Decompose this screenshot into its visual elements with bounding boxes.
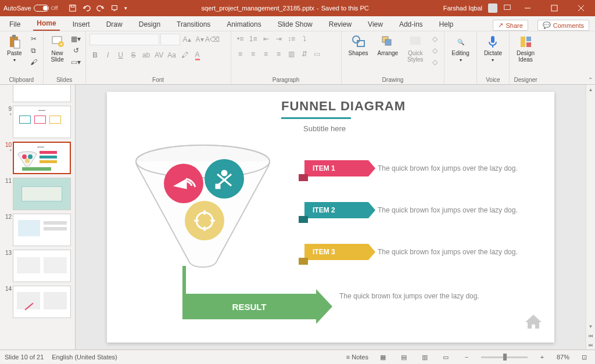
notes-button[interactable]: ≡ Notes <box>346 354 368 361</box>
slide-title[interactable]: FUNNEL DIAGRAM <box>281 99 406 114</box>
editing-button[interactable]: 🔍Editing▾ <box>448 34 473 64</box>
zoom-slider[interactable] <box>481 356 528 358</box>
zoom-in-icon[interactable]: + <box>536 352 549 362</box>
tab-animations[interactable]: Animations <box>223 18 264 31</box>
shrink-font-icon[interactable]: A▾ <box>194 34 206 45</box>
spacing-icon[interactable]: AV <box>153 50 165 60</box>
tab-design[interactable]: Design <box>135 18 164 31</box>
tab-help[interactable]: Help <box>436 18 457 31</box>
home-icon[interactable] <box>524 312 543 331</box>
justify-icon[interactable]: ≡ <box>273 49 285 59</box>
redo-icon[interactable] <box>96 4 105 12</box>
clear-format-icon[interactable]: A⌫ <box>207 34 218 45</box>
paste-button[interactable]: Paste ▾ <box>3 34 26 64</box>
new-slide-button[interactable]: ✦ New Slide <box>47 34 68 64</box>
highlight-icon[interactable]: 🖍 <box>179 50 191 60</box>
thumb-12[interactable] <box>13 214 71 246</box>
vertical-scrollbar[interactable]: ▲ ▼ ⏮ ⏭ <box>586 85 595 349</box>
font-name[interactable] <box>89 34 159 45</box>
tab-slideshow[interactable]: Slide Show <box>274 18 316 31</box>
zoom-out-icon[interactable]: − <box>460 352 473 362</box>
slide-editor[interactable]: FUNNEL DIAGRAM Subtitle here ITEM 1 The … <box>76 85 586 349</box>
slide-canvas[interactable]: FUNNEL DIAGRAM Subtitle here ITEM 1 The … <box>107 92 554 343</box>
thumb-14[interactable] <box>13 286 71 318</box>
result-arrow[interactable]: RESULT <box>182 289 332 324</box>
reset-icon[interactable]: ↺ <box>70 45 82 56</box>
thumb-11[interactable] <box>13 178 71 210</box>
columns-icon[interactable]: ▥ <box>286 49 298 59</box>
maximize-button[interactable] <box>544 0 565 16</box>
result-text[interactable]: The quick brown fox jumps over the lazy … <box>339 291 514 301</box>
font-color-icon[interactable]: A <box>192 50 203 60</box>
minimize-button[interactable] <box>517 0 538 16</box>
numbering-icon[interactable]: 1≡ <box>248 34 259 44</box>
start-icon[interactable] <box>110 4 119 12</box>
shape-fill-icon[interactable]: ◇ <box>429 34 440 44</box>
shadow-icon[interactable]: ab <box>141 50 152 60</box>
copy-icon[interactable]: ⧉ <box>28 45 40 56</box>
normal-view-icon[interactable]: ▦ <box>377 352 389 362</box>
grow-font-icon[interactable]: A▴ <box>181 34 193 45</box>
close-button[interactable] <box>571 0 592 16</box>
indent-right-icon[interactable]: ⇥ <box>273 34 285 44</box>
italic-icon[interactable]: I <box>102 50 114 60</box>
bullets-icon[interactable]: •≡ <box>235 34 246 44</box>
shapes-button[interactable]: Shapes <box>345 34 372 57</box>
scroll-down-icon[interactable]: ▼ <box>586 322 595 331</box>
tab-home[interactable]: Home <box>33 17 59 31</box>
sorter-view-icon[interactable]: ▤ <box>397 352 410 362</box>
share-button[interactable]: ↗Share <box>493 20 528 31</box>
section-icon[interactable]: ▭▾ <box>70 57 82 67</box>
thumb-10[interactable]: ▬▬▬ <box>13 142 71 174</box>
format-painter-icon[interactable]: 🖌 <box>28 57 40 67</box>
fit-view-icon[interactable]: ⊡ <box>578 352 590 362</box>
shape-outline-icon[interactable]: ◇ <box>429 45 440 56</box>
arrange-button[interactable]: Arrange <box>374 34 402 57</box>
bold-icon[interactable]: B <box>89 50 101 60</box>
tab-draw[interactable]: Draw <box>103 18 126 31</box>
line-spacing-icon[interactable]: ↕≡ <box>286 34 298 44</box>
undo-icon[interactable] <box>83 4 91 12</box>
underline-icon[interactable]: U <box>115 50 127 60</box>
language[interactable]: English (United States) <box>52 354 117 361</box>
align-text-icon[interactable]: ⇵ <box>299 49 310 59</box>
funnel-graphic[interactable] <box>130 144 275 277</box>
thumb-13[interactable] <box>13 250 71 282</box>
font-size[interactable] <box>160 34 180 45</box>
cut-icon[interactable]: ✂ <box>28 34 40 44</box>
scroll-up-icon[interactable]: ▲ <box>586 85 595 94</box>
design-ideas-button[interactable]: Design Ideas <box>513 34 538 64</box>
item-row-3[interactable]: ITEM 3 The quick brown fox jumps over th… <box>304 244 552 260</box>
tab-addins[interactable]: Add-ins <box>396 18 426 31</box>
shape-effects-icon[interactable]: ◇ <box>429 57 440 67</box>
thumb-9[interactable]: ▬▬▬ <box>13 106 71 138</box>
ribbon-display-icon[interactable] <box>503 3 511 13</box>
slide-counter[interactable]: Slide 10 of 21 <box>5 354 44 361</box>
comments-button[interactable]: 💬Comments <box>537 20 589 31</box>
slideshow-view-icon[interactable]: ▭ <box>439 352 452 362</box>
slide-subtitle[interactable]: Subtitle here <box>303 124 346 133</box>
autosave-toggle[interactable]: AutoSave Off <box>3 5 58 12</box>
tab-transitions[interactable]: Transitions <box>173 18 214 31</box>
reading-view-icon[interactable]: ▥ <box>418 352 431 362</box>
dictate-button[interactable]: Dictate▾ <box>481 34 506 64</box>
item-row-2[interactable]: ITEM 2 The quick brown fox jumps over th… <box>304 202 552 218</box>
align-left-icon[interactable]: ≡ <box>235 49 246 59</box>
prev-slide-icon[interactable]: ⏮ <box>586 331 595 340</box>
smartart-icon[interactable]: ▭ <box>311 49 323 59</box>
quick-styles-button[interactable]: Quick Styles <box>404 34 426 64</box>
layout-icon[interactable]: ▦▾ <box>70 34 82 44</box>
tab-file[interactable]: File <box>6 18 24 31</box>
align-center-icon[interactable]: ≡ <box>248 49 259 59</box>
item-row-1[interactable]: ITEM 1 The quick brown fox jumps over th… <box>304 160 552 176</box>
zoom-level[interactable]: 87% <box>557 354 569 361</box>
next-slide-icon[interactable]: ⏭ <box>586 340 595 349</box>
tab-review[interactable]: Review <box>325 18 355 31</box>
text-direction-icon[interactable]: ⤵ <box>299 34 310 44</box>
indent-left-icon[interactable]: ⇤ <box>260 34 272 44</box>
save-icon[interactable] <box>69 4 77 12</box>
case-icon[interactable]: Aa <box>166 50 178 60</box>
align-right-icon[interactable]: ≡ <box>260 49 272 59</box>
collapse-ribbon-icon[interactable]: ⌃ <box>588 77 593 83</box>
tab-view[interactable]: View <box>364 18 386 31</box>
